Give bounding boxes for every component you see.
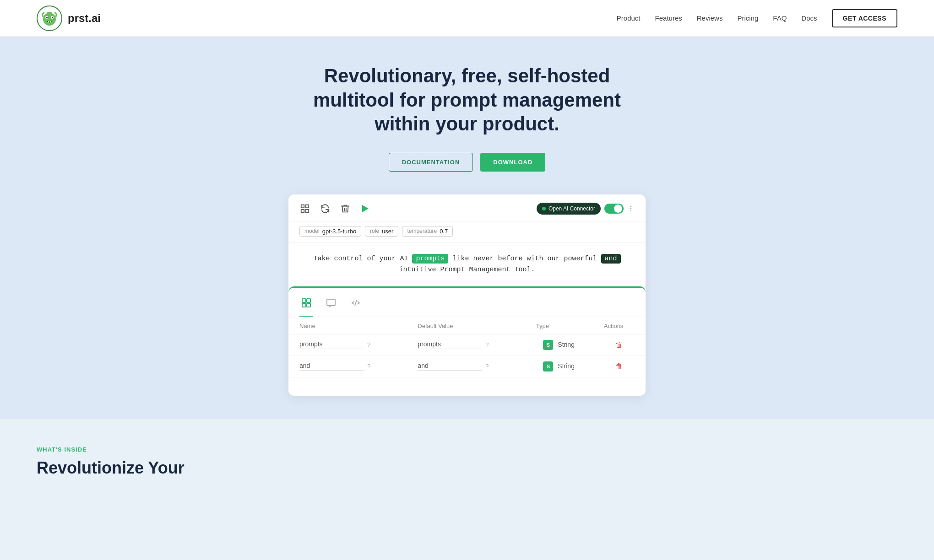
col-actions: Actions bbox=[593, 317, 646, 334]
row1-type-label: String bbox=[558, 341, 575, 348]
play-icon[interactable] bbox=[360, 203, 371, 214]
frame-icon[interactable] bbox=[299, 203, 310, 214]
connector-status-dot bbox=[542, 207, 546, 210]
svg-point-9 bbox=[50, 12, 52, 14]
tag-temperature-value: 0.7 bbox=[440, 228, 448, 235]
row2-default-input[interactable] bbox=[418, 362, 482, 371]
svg-rect-10 bbox=[301, 205, 304, 207]
row1-type-badge: S bbox=[543, 340, 553, 350]
svg-rect-6 bbox=[50, 21, 51, 22]
toolbar-right: Open AI Connector bbox=[537, 203, 635, 215]
svg-rect-15 bbox=[307, 299, 310, 302]
tag-temperature-label: temperature bbox=[407, 228, 437, 234]
row1-name-cell: ? bbox=[288, 334, 407, 355]
row2-default-cell: ? bbox=[407, 355, 525, 377]
nav-faq[interactable]: FAQ bbox=[773, 14, 787, 22]
svg-rect-17 bbox=[307, 303, 310, 307]
prompt-highlight-and: and bbox=[601, 254, 621, 264]
tag-temperature: temperature 0.7 bbox=[402, 226, 453, 237]
tag-model: model gpt-3.5-turbo bbox=[299, 226, 361, 237]
prompt-text-before: Take control of your AI bbox=[313, 255, 412, 263]
refresh-icon[interactable] bbox=[320, 203, 331, 214]
tab-code[interactable] bbox=[349, 294, 363, 317]
tab-chat[interactable] bbox=[324, 294, 338, 317]
svg-point-4 bbox=[52, 17, 53, 18]
row1-default-wrapper: ? bbox=[418, 340, 514, 349]
row2-name-input[interactable] bbox=[299, 362, 364, 371]
row2-type-badge: S bbox=[543, 361, 553, 372]
row1-delete-icon[interactable]: 🗑 bbox=[615, 341, 623, 349]
logo-icon bbox=[37, 5, 62, 31]
tag-model-value: gpt-3.5-turbo bbox=[322, 228, 356, 235]
row2-actions-cell: 🗑 bbox=[593, 355, 646, 377]
svg-rect-18 bbox=[327, 299, 335, 306]
toggle-knob bbox=[614, 205, 622, 213]
col-default: Default Value bbox=[407, 317, 525, 334]
connector-more[interactable] bbox=[627, 205, 635, 212]
row2-name-wrapper: ? bbox=[299, 362, 396, 371]
hero-headline: Revolutionary, free, self-hosted multito… bbox=[293, 64, 641, 136]
row1-name-input[interactable] bbox=[299, 340, 364, 349]
row2-name-cell: ? bbox=[288, 355, 407, 377]
demo-card: Open AI Connector model gpt-3.5-turbo ro… bbox=[288, 194, 646, 396]
row1-default-cell: ? bbox=[407, 334, 525, 355]
connector-toggle[interactable] bbox=[604, 204, 624, 214]
nav-features[interactable]: Features bbox=[655, 14, 682, 22]
nav-pricing[interactable]: Pricing bbox=[737, 14, 758, 22]
navbar: prst.ai Product Features Reviews Pricing… bbox=[0, 0, 934, 37]
demo-tags: model gpt-3.5-turbo role user temperatur… bbox=[288, 221, 646, 242]
nav-product[interactable]: Product bbox=[617, 14, 641, 22]
svg-rect-11 bbox=[306, 205, 309, 207]
vars-table: Name Default Value Type Actions ? bbox=[288, 317, 646, 377]
section-label: WHAT'S INSIDE bbox=[37, 446, 897, 453]
row1-default-input[interactable] bbox=[418, 340, 482, 349]
connector-badge: Open AI Connector bbox=[537, 203, 601, 215]
delete-prompt-icon[interactable] bbox=[340, 203, 351, 214]
vars-card: Name Default Value Type Actions ? bbox=[288, 286, 646, 396]
table-row: ? ? S String bbox=[288, 334, 646, 355]
download-button[interactable]: DOWNLOAD bbox=[480, 153, 545, 172]
vars-tabs bbox=[288, 288, 646, 317]
table-row: ? ? S String bbox=[288, 355, 646, 377]
documentation-button[interactable]: DOCUMENTATION bbox=[389, 153, 473, 172]
hero-section: Revolutionary, free, self-hosted multito… bbox=[0, 37, 934, 419]
logo[interactable]: prst.ai bbox=[37, 5, 101, 31]
col-type: Type bbox=[525, 317, 593, 334]
row2-help-icon[interactable]: ? bbox=[367, 363, 370, 370]
bottom-title: Revolutionize Your bbox=[37, 458, 897, 478]
tab-variables[interactable] bbox=[299, 294, 313, 317]
row1-help-icon[interactable]: ? bbox=[367, 341, 370, 348]
get-access-button[interactable]: GET ACCESS bbox=[832, 9, 898, 27]
demo-prompt-area: Take control of your AI prompts like nev… bbox=[288, 242, 646, 286]
row1-type-cell: S String bbox=[525, 334, 593, 355]
row2-type-cell: S String bbox=[525, 355, 593, 377]
svg-rect-12 bbox=[301, 209, 304, 212]
svg-rect-14 bbox=[302, 299, 306, 302]
nav-reviews[interactable]: Reviews bbox=[697, 14, 723, 22]
svg-point-3 bbox=[46, 17, 48, 18]
col-name: Name bbox=[288, 317, 407, 334]
toolbar-left bbox=[299, 203, 371, 214]
svg-rect-16 bbox=[302, 303, 306, 307]
brand-name: prst.ai bbox=[68, 12, 101, 25]
hero-buttons: DOCUMENTATION DOWNLOAD bbox=[9, 153, 925, 172]
prompt-text-middle: like never before with our powerful bbox=[448, 255, 601, 263]
tag-role-value: user bbox=[382, 228, 393, 235]
row1-actions-cell: 🗑 bbox=[593, 334, 646, 355]
nav-docs[interactable]: Docs bbox=[801, 14, 817, 22]
row2-type-label: String bbox=[558, 362, 575, 370]
row1-default-help[interactable]: ? bbox=[485, 341, 489, 348]
demo-toolbar: Open AI Connector bbox=[288, 194, 646, 221]
prompt-text-after: intuitive Prompt Management Tool. bbox=[399, 266, 535, 274]
row1-name-wrapper: ? bbox=[299, 340, 396, 349]
tag-model-label: model bbox=[304, 228, 320, 234]
row2-default-wrapper: ? bbox=[418, 362, 514, 371]
tag-role-label: role bbox=[370, 228, 379, 234]
svg-rect-5 bbox=[48, 21, 49, 22]
prompt-highlight-prompts: prompts bbox=[412, 254, 448, 264]
connector-label: Open AI Connector bbox=[548, 205, 595, 212]
row2-delete-icon[interactable]: 🗑 bbox=[615, 362, 623, 370]
tag-role: role user bbox=[365, 226, 398, 237]
svg-line-19 bbox=[355, 300, 357, 306]
row2-default-help[interactable]: ? bbox=[485, 363, 489, 370]
